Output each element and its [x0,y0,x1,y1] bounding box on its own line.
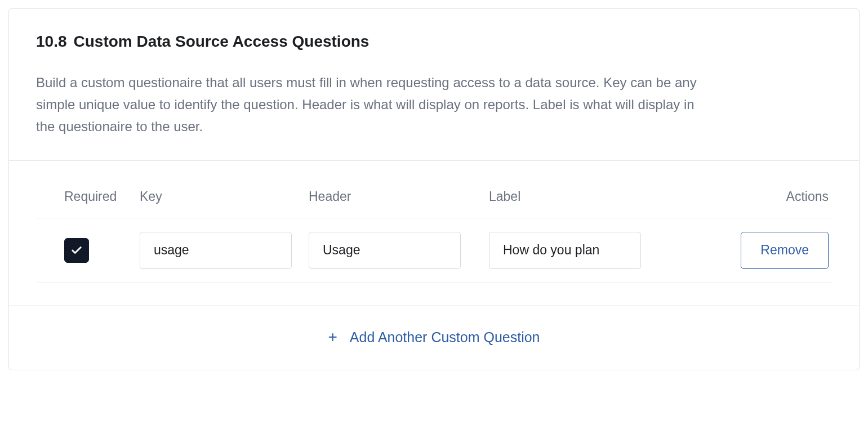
col-header-required: Required [36,189,132,218]
table-header-row: Required Key Header Label Actions [36,189,832,218]
plus-icon: + [328,329,337,345]
table-row: Remove [36,218,832,282]
custom-questions-panel: 10.8 Custom Data Source Access Questions… [8,8,860,370]
header-input[interactable] [309,232,461,269]
col-header-header: Header [301,189,481,218]
section-number: 10.8 [36,33,67,51]
add-question-label: Add Another Custom Question [350,329,540,346]
col-header-actions: Actions [661,189,832,218]
add-question-button[interactable]: + Add Another Custom Question [324,329,543,346]
section-description: Build a custom questionaire that all use… [36,72,712,138]
section-title: 10.8 Custom Data Source Access Questions [36,33,832,51]
key-input[interactable] [140,232,292,269]
section-title-text: Custom Data Source Access Questions [74,33,370,51]
required-checkbox[interactable] [64,238,89,263]
label-input[interactable] [489,232,641,269]
panel-header: 10.8 Custom Data Source Access Questions… [9,9,859,160]
panel-footer: + Add Another Custom Question [9,306,859,370]
questions-table: Required Key Header Label Actions [36,189,832,283]
remove-button[interactable]: Remove [741,232,829,269]
col-header-label: Label [481,189,661,218]
questions-table-wrap: Required Key Header Label Actions [9,160,859,306]
col-header-key: Key [132,189,301,218]
check-icon [70,244,83,257]
